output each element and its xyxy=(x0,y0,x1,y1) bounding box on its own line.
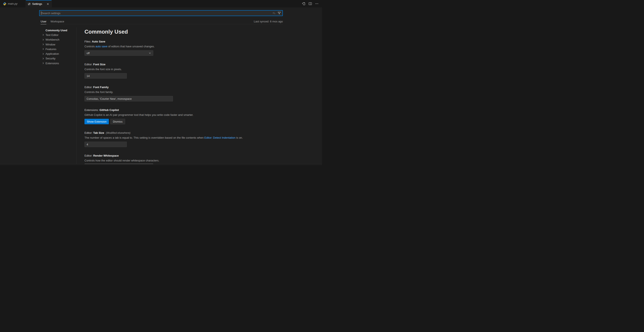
select-value: off xyxy=(86,52,90,55)
scope-tab-user[interactable]: User xyxy=(41,19,46,24)
setting-input-font-size[interactable]: 14 xyxy=(84,73,127,79)
settings-list: Files: Auto SaveControls auto save of ed… xyxy=(84,40,254,166)
settings-sliders-icon xyxy=(28,2,31,6)
setting-input-font-family[interactable]: Consolas, 'Courier New', monospace xyxy=(84,96,173,101)
editor-bottom-edge xyxy=(0,164,322,166)
toc-item-label: Features xyxy=(46,47,56,51)
python-icon xyxy=(3,2,6,5)
setting-description-text: Controls the font family. xyxy=(84,90,113,94)
section-heading: Commonly Used xyxy=(84,28,254,35)
chevron-right-icon xyxy=(42,33,45,36)
setting-description-text: GitHub Copilot is an AI pair programmer … xyxy=(84,113,193,116)
setting-description: The number of spaces a tab is equal to. … xyxy=(84,136,254,140)
setting-category: Files: xyxy=(84,40,92,43)
setting-name: Font Family xyxy=(93,86,108,89)
setting-select-auto-save[interactable]: off xyxy=(84,50,153,56)
scope-tab-workspace[interactable]: Workspace xyxy=(50,19,64,24)
tab-settings[interactable]: Settings xyxy=(26,0,52,7)
setting-title: Editor: Font Size xyxy=(84,63,254,66)
toc-item-features[interactable]: Features xyxy=(40,47,77,51)
toc-item-application[interactable]: Application xyxy=(40,51,77,56)
editor-tab-bar: main.py Settings xyxy=(0,0,322,7)
setting-category: Extensions: xyxy=(84,108,100,112)
setting-input-tab-size[interactable]: 4 xyxy=(84,142,127,147)
tab-label: Settings xyxy=(32,2,42,5)
setting-title: Extensions: GitHub Copilot xyxy=(84,108,254,112)
more-actions-button[interactable] xyxy=(315,2,318,6)
setting-category: Editor: xyxy=(84,63,93,66)
setting-description-text: Controls how the editor should render wh… xyxy=(84,159,159,162)
setting-link-editor-detect-indentation[interactable]: Editor: Detect Indentation xyxy=(204,136,236,139)
search-settings-input[interactable]: Search settings xyxy=(39,10,283,16)
setting-title: Files: Auto Save xyxy=(84,40,254,43)
setting-title: Editor: Render Whitespace xyxy=(84,154,254,158)
settings-scope-tabs: User Workspace Last synced: 6 mos ago xyxy=(39,19,283,24)
chevron-right-icon xyxy=(42,43,45,46)
setting-tab-size: Editor: Tab Size(Modified elsewhere)The … xyxy=(84,131,254,147)
filter-funnel-icon[interactable] xyxy=(277,11,281,15)
toc-item-text-editor[interactable]: Text Editor xyxy=(40,32,77,37)
settings-content: Commonly Used Files: Auto SaveControls a… xyxy=(84,28,254,166)
setting-name: Render Whitespace xyxy=(93,154,119,157)
show-extension-button[interactable]: Show Extension xyxy=(84,119,109,124)
setting-link-auto-save[interactable]: auto save xyxy=(96,45,107,48)
setting-auto-save: Files: Auto SaveControls auto save of ed… xyxy=(84,40,254,56)
last-synced-label: Last synced: 6 mos ago xyxy=(254,19,283,24)
dismiss-button[interactable]: Dismiss xyxy=(110,119,125,124)
setting-font-family: Editor: Font FamilyControls the font fam… xyxy=(84,86,254,101)
setting-description-text: Controls the font size in pixels. xyxy=(84,68,122,71)
setting-description: Controls auto save of editors that have … xyxy=(84,45,254,48)
chevron-down-icon xyxy=(148,52,151,54)
vscode-window: main.py Settings xyxy=(0,0,322,166)
toc-item-label: Extensions xyxy=(46,62,59,65)
toc-item-window[interactable]: Window xyxy=(40,42,77,47)
search-actions xyxy=(272,11,281,15)
setting-modified-note: (Modified elsewhere) xyxy=(106,132,130,134)
toc-item-security[interactable]: Security xyxy=(40,56,77,61)
tab-main-py[interactable]: main.py xyxy=(0,0,26,7)
chevron-right-icon xyxy=(42,52,45,56)
setting-title: Editor: Font Family xyxy=(84,86,254,89)
input-value: 4 xyxy=(86,143,88,146)
editor-toolbar xyxy=(302,0,322,7)
chevron-right-icon xyxy=(42,61,45,65)
setting-category: Editor: xyxy=(84,131,93,134)
toc-item-label: Security xyxy=(46,57,56,60)
close-icon[interactable] xyxy=(46,2,50,6)
chevron-right-icon xyxy=(42,38,45,41)
setting-description: Controls the font family. xyxy=(84,90,254,94)
setting-name: Tab Size xyxy=(93,131,104,134)
settings-editor: Search settings User Workspace Last sy xyxy=(0,7,322,166)
tab-label: main.py xyxy=(8,2,18,5)
setting-name: Font Size xyxy=(93,63,106,66)
toc-item-label: Window xyxy=(46,43,55,46)
setting-category: Editor: xyxy=(84,154,93,157)
toc-item-label: Text Editor xyxy=(46,33,58,36)
input-value: Consolas, 'Courier New', monospace xyxy=(86,97,132,100)
open-settings-json-button[interactable] xyxy=(302,2,306,6)
toc-resize-sash[interactable] xyxy=(76,27,77,164)
setting-name: Auto Save xyxy=(92,40,106,43)
setting-description: GitHub Copilot is an AI pair programmer … xyxy=(84,113,254,117)
setting-category: Editor: xyxy=(84,86,93,89)
setting-description-text: of editors that have unsaved changes. xyxy=(107,45,154,48)
toc-item-label: Commonly Used xyxy=(46,29,67,32)
setting-github-copilot: Extensions: GitHub CopilotGitHub Copilot… xyxy=(84,108,254,124)
setting-description: Controls how the editor should render wh… xyxy=(84,159,254,162)
input-value: 14 xyxy=(86,74,90,78)
toc-item-workbench[interactable]: Workbench xyxy=(40,37,77,42)
settings-toc: Commonly UsedText EditorWorkbenchWindowF… xyxy=(40,28,77,65)
setting-description-text: is on. xyxy=(236,136,243,139)
search-placeholder: Search settings xyxy=(42,12,60,15)
setting-description-text: Controls xyxy=(84,45,96,48)
text-caret xyxy=(41,11,41,15)
toc-item-label: Application xyxy=(46,52,59,55)
chevron-right-icon xyxy=(42,57,45,60)
setting-description-text: The number of spaces a tab is equal to. … xyxy=(84,136,204,139)
toc-item-label: Workbench xyxy=(46,38,60,41)
toc-item-commonly-used[interactable]: Commonly Used xyxy=(40,28,77,32)
setting-description: Controls the font size in pixels. xyxy=(84,68,254,71)
toc-item-extensions[interactable]: Extensions xyxy=(40,61,77,65)
split-editor-button[interactable] xyxy=(308,2,312,6)
clear-filter-icon[interactable] xyxy=(272,11,276,15)
